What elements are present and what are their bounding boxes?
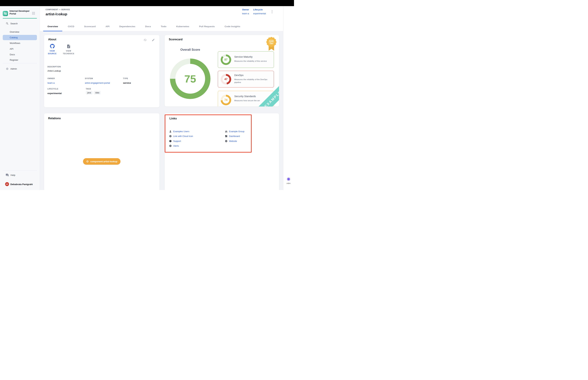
lifecycle-label: Lifecycle	[253, 8, 263, 11]
brand-title: Internal Developer Portal	[10, 10, 31, 15]
view-techdocs-label-2: TECHDOCS	[63, 53, 74, 55]
dashboard-icon	[225, 135, 228, 137]
link-with-cloud-icon[interactable]: Link with Cloud Icon	[169, 135, 193, 137]
svg-text:?: ?	[6, 174, 7, 175]
gold-tier-badge: Gold Tier	[266, 37, 277, 52]
sidebar-item-overview[interactable]: Overview	[10, 31, 19, 33]
type-field-value: service	[123, 82, 131, 84]
globe-icon	[169, 145, 172, 147]
tab-scorecard[interactable]: Scorecard	[79, 22, 101, 31]
app-logo-icon	[3, 11, 8, 16]
chip-icon	[86, 160, 89, 163]
sidebar-item-catalog[interactable]: Catalog	[3, 35, 37, 40]
sidebar-item-search[interactable]: Search	[6, 22, 18, 25]
right-rail	[283, 6, 294, 190]
sidebar-item-docs[interactable]: Docs	[10, 53, 15, 56]
devops-score: 47	[221, 74, 231, 85]
tab-api[interactable]: API	[101, 22, 114, 31]
link-label: Example Group	[229, 130, 244, 133]
link-label: Website	[229, 140, 237, 142]
more-options-icon[interactable]	[271, 9, 273, 14]
type-field-label: TYPE	[123, 77, 128, 79]
entity-tabs: Overview CI/CD Scorecard API Dependencie…	[42, 22, 245, 31]
link-support[interactable]: ? Support	[169, 140, 181, 142]
tab-docs[interactable]: Docs	[140, 22, 156, 31]
tag-chip[interactable]: java	[86, 91, 93, 95]
sidebar-item-catalog-label: Catalog	[10, 36, 18, 39]
github-icon	[45, 44, 59, 48]
group-icon	[225, 130, 228, 133]
view-source-label-2: SOURCE	[48, 53, 57, 55]
aida-widget[interactable]: AIDA	[283, 177, 294, 184]
document-icon	[60, 44, 77, 48]
globe-icon	[169, 135, 172, 137]
links-highlight-box: Links Examples Users Link with Cloud Ico…	[165, 114, 252, 152]
security-standards-score: 74	[221, 95, 231, 105]
refresh-icon[interactable]	[144, 38, 147, 41]
sidebar-item-api[interactable]: API	[10, 48, 13, 50]
link-dashboard[interactable]: Dashboard	[225, 135, 240, 137]
relation-node-chip[interactable]: component:artist-lookup	[83, 158, 120, 165]
link-label: Dashboard	[229, 135, 240, 137]
link-examples-users[interactable]: Examples Users	[169, 130, 189, 133]
tab-kubernetes[interactable]: Kubernetes	[171, 22, 194, 31]
service-maturity-desc: Measures the reliability of this service	[234, 60, 272, 63]
sidebar-item-help[interactable]: ? Help	[6, 173, 15, 177]
apps-grid-icon[interactable]	[32, 12, 35, 15]
avatar[interactable]: DP	[5, 182, 9, 186]
link-label: Alerts	[173, 145, 179, 147]
relations-card-title: Relations	[48, 117, 61, 120]
service-maturity-name: Service Maturity	[234, 55, 253, 58]
view-source-button[interactable]: VIEW SOURCE	[45, 44, 59, 55]
svg-text:?: ?	[170, 140, 171, 142]
sidebar-item-register[interactable]: Register	[10, 59, 18, 61]
tab-dependencies[interactable]: Dependencies	[114, 22, 140, 31]
edit-pencil-icon[interactable]	[152, 38, 155, 41]
description-value: Artist Lookup	[47, 70, 61, 72]
svg-text:Gold: Gold	[269, 40, 273, 42]
devops-desc: Measures the reliability of the DevOps p…	[234, 78, 272, 84]
owner-value-link[interactable]: team-a	[242, 12, 249, 15]
tab-overview[interactable]: Overview	[42, 22, 63, 31]
view-techdocs-label-1: VIEW	[66, 50, 71, 52]
overall-score-label: Overall Score	[170, 48, 210, 52]
view-source-label-1: VIEW	[50, 50, 55, 52]
link-website[interactable]: Website	[225, 140, 237, 142]
favorite-star-icon[interactable]	[56, 13, 59, 16]
link-label: Support	[173, 140, 181, 142]
tags-field-label: TAGS	[86, 88, 91, 90]
sidebar-item-workflows[interactable]: Workflows	[10, 42, 20, 44]
help-chat-icon: ?	[6, 173, 9, 177]
system-field-label: SYSTEM	[85, 77, 93, 79]
tab-code-insights[interactable]: Code Insights	[220, 22, 245, 31]
aida-label: AIDA	[283, 182, 294, 184]
search-label: Search	[10, 22, 18, 25]
tab-cicd[interactable]: CI/CD	[63, 22, 79, 31]
overall-score-value: 75	[170, 58, 210, 99]
sidebar	[0, 6, 40, 190]
view-techdocs-button[interactable]: VIEW TECHDOCS	[60, 44, 77, 55]
security-standards-name: Security Standards	[234, 95, 256, 98]
link-alerts[interactable]: Alerts	[169, 145, 179, 147]
links-parent-card: Links Examples Users Link with Cloud Ico…	[165, 113, 279, 190]
sidebar-item-admin[interactable]: Admin	[6, 67, 17, 70]
tag-chip[interactable]: data	[94, 91, 101, 95]
person-icon	[169, 130, 172, 133]
lifecycle-value: experimental	[253, 12, 266, 15]
links-card-title: Links	[170, 117, 177, 120]
metric-service-maturity[interactable]: 87 Service Maturity Measures the reliabi…	[218, 51, 274, 68]
metric-devops[interactable]: 47 DevOps Measures the reliability of th…	[218, 71, 274, 87]
owner-field-value[interactable]: team-a	[47, 82, 55, 84]
link-label: Examples Users	[173, 130, 189, 133]
sidebar-bottom-divider	[3, 170, 37, 171]
link-example-group[interactable]: Example Group	[225, 130, 244, 133]
devops-name: DevOps	[234, 74, 244, 76]
help-circle-icon: ?	[169, 140, 172, 142]
tab-todo[interactable]: Todo	[156, 22, 171, 31]
aida-flower-icon	[286, 177, 291, 182]
sidebar-item-admin-label: Admin	[10, 68, 17, 70]
tab-pull-requests[interactable]: Pull Requests	[194, 22, 220, 31]
lifecycle-field-value: experimental	[47, 92, 62, 95]
system-field-value[interactable]: artist-engagement-portal	[85, 82, 110, 84]
user-name[interactable]: Debabrata Panigrahi	[10, 183, 33, 186]
